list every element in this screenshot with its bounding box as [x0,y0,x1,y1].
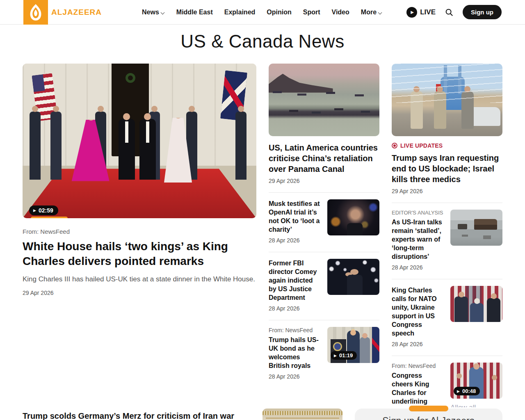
list-item: EDITOR'S ANALYSIS As US-Iran talks remai… [392,203,502,271]
newsletter-handle [409,406,448,411]
column-right: LIVE UPDATES Trump says Iran requesting … [392,64,502,407]
news-grid: ▶ 02:59 From: NewsFeed White House hails… [0,64,525,407]
article-thumbnail[interactable] [450,210,502,246]
bottom-strip: Trump scolds Germany’s Merz for criticis… [0,407,525,420]
article-date: 28 Apr 2026 [269,237,321,244]
article-summary: King Charles III has hailed US-UK ties a… [23,274,256,285]
nav-item-opinion[interactable]: Opinion [267,9,291,16]
article-date: 29 Apr 2026 [392,188,502,194]
article-headline[interactable]: Trump scolds Germany’s Merz for criticis… [23,409,250,420]
main-nav: News Middle East Explained Opinion Sport… [142,9,382,16]
play-icon: ▶ [334,354,337,358]
figure-king-charles [119,119,135,180]
video-progress-bar [31,217,68,218]
article-date: 28 Apr 2026 [269,305,321,312]
article-kicker: EDITOR'S ANALYSIS [392,210,444,216]
article-thumbnail[interactable] [450,286,502,322]
nav-item-video[interactable]: Video [332,9,349,16]
article-headline[interactable]: US, Latin America countries criticise Ch… [269,142,379,174]
live-label: LIVE [420,8,436,16]
article-headline[interactable]: White House hails ‘two kings’ as King Ch… [23,239,256,269]
article-date: 28 Apr 2026 [269,373,321,380]
nav-item-sport[interactable]: Sport [303,9,320,16]
list-item: Musk testifies at OpenAI trial it’s not … [269,192,379,244]
newsletter-card: Sign up for Al Jazeera [355,409,502,420]
article-headline[interactable]: Trump says Iran requesting end to US blo… [392,153,502,185]
featured-image[interactable]: ▶ 02:59 [23,64,256,218]
column-middle: US, Latin America countries criticise Ch… [269,64,379,407]
site-header: ALJAZEERA News Middle East Explained Opi… [0,0,525,25]
video-duration-badge: ▶ 02:59 [29,205,58,215]
nav-item-news[interactable]: News [142,9,165,16]
article-image[interactable] [392,64,502,136]
list-item: King Charles calls for NATO unity, Ukrai… [392,279,502,347]
article-date: 28 Apr 2026 [392,264,444,271]
live-button[interactable]: ▶ LIVE [406,7,436,18]
article-source: From: NewsFeed [23,228,256,235]
signup-button[interactable]: Sign up [463,5,502,19]
article-headline[interactable]: Former FBI director Comey again indicted… [269,259,321,302]
nav-item-middle-east[interactable]: Middle East [176,9,213,16]
play-icon: ▶ [406,7,417,18]
video-duration-badge: ▶ 00:48 [454,387,480,395]
figure-trump [139,119,156,180]
nav-item-explained[interactable]: Explained [224,9,256,16]
article-thumbnail[interactable] [262,409,342,420]
page-title: US & Canada News [0,25,525,64]
article-thumbnail[interactable] [327,199,379,235]
article-thumbnail[interactable]: ▶ 00:48 [450,363,502,399]
article-date: 28 Apr 2026 [392,341,444,347]
live-updates-icon [392,143,397,148]
article-headline[interactable]: Congress cheers King Charles for underli… [392,371,444,407]
list-item: From: NewsFeed Trump hails US-UK bond as… [269,320,379,380]
play-icon: ▶ [457,389,460,393]
aljazeera-flame-icon [23,0,48,25]
aljazeera-logo[interactable]: ALJAZEERA [23,0,102,25]
featured-article: ▶ 02:59 From: NewsFeed White House hails… [23,64,256,407]
list-item: Former FBI director Comey again indicted… [269,252,379,312]
article-thumbnail[interactable]: ▶ 01:19 [327,327,379,363]
chevron-down-icon [378,11,382,15]
allow-all-button[interactable]: Allow all [450,404,502,407]
article-image[interactable] [269,64,379,136]
article-headline[interactable]: As US-Iran talks remain ‘stalled’, exper… [392,218,444,261]
article-source: From: NewsFeed [392,363,444,369]
play-icon: ▶ [33,208,36,212]
article-headline[interactable]: Trump hails US-UK bond as he welcomes Br… [269,336,321,370]
chevron-down-icon [161,11,165,15]
live-updates-label: LIVE UPDATES [392,142,502,149]
article-date: 29 Apr 2026 [269,178,379,184]
article-headline[interactable]: King Charles calls for NATO unity, Ukrai… [392,286,444,338]
brand-wordmark: ALJAZEERA [51,8,102,17]
article-date: 29 Apr 2026 [23,290,256,296]
article-thumbnail[interactable] [327,259,379,295]
article-headline[interactable]: Musk testifies at OpenAI trial it’s not … [269,199,321,234]
video-duration-badge: ▶ 01:19 [331,351,357,360]
article-source: From: NewsFeed [269,327,321,333]
search-icon[interactable] [445,8,454,17]
nav-item-more[interactable]: More [361,9,382,16]
list-item: From: NewsFeed Congress cheers King Char… [392,356,502,407]
